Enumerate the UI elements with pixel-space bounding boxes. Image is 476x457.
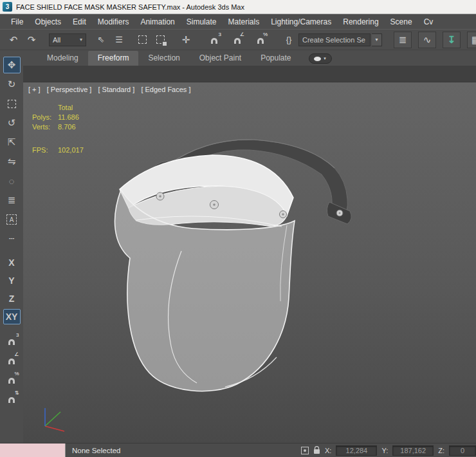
selection-filter-dropdown[interactable]: All ▾: [49, 33, 86, 46]
move-cross-icon: ✛: [182, 34, 190, 46]
place-icon: ⇱: [8, 136, 16, 148]
x-coordinate-field[interactable]: 12,284: [336, 445, 377, 456]
soft-selection-button[interactable]: ◌: [3, 173, 21, 189]
magnet-icon: [8, 359, 15, 364]
named-selection-sets-value: Create Selection Se: [302, 36, 365, 44]
isolate-selection-button[interactable]: [301, 447, 309, 454]
menu-modifiers[interactable]: Modifiers: [92, 15, 135, 28]
perspective-viewport[interactable]: [ + ] [ Perspective ] [ Standard ] [ Edg…: [23, 82, 476, 443]
tab-modeling[interactable]: Modeling: [37, 51, 88, 66]
orbit-tool-button[interactable]: ↺: [3, 115, 21, 131]
restrict-to-z-button[interactable]: Z: [3, 291, 21, 306]
menu-lighting-cameras[interactable]: Lighting/Cameras: [265, 15, 337, 28]
select-object-button[interactable]: ⇖: [93, 32, 109, 48]
z-coordinate-label: Z:: [438, 447, 444, 454]
tab-object-paint[interactable]: Object Paint: [190, 51, 251, 66]
dashed-line-button[interactable]: ┄: [3, 230, 21, 247]
3ds-max-logo-icon: 3: [3, 2, 12, 12]
undo-button[interactable]: ↶: [5, 32, 22, 48]
z-coordinate-field[interactable]: 0: [449, 445, 476, 456]
schematic-view-button[interactable]: ▦: [467, 32, 476, 48]
curve-icon: ∿: [423, 34, 432, 46]
undo-icon: ↶: [10, 34, 18, 46]
ribbon-display-toggle[interactable]: ▾: [309, 53, 332, 64]
menu-materials[interactable]: Materials: [222, 15, 265, 28]
layers-icon: ≣: [399, 34, 407, 46]
tab-populate[interactable]: Populate: [251, 51, 300, 66]
magnet-icon: [8, 397, 15, 403]
magnet-icon: [234, 38, 241, 44]
viewport: [ + ] [ Perspective ] [ Standard ] [ Edg…: [23, 66, 476, 443]
tab-selection[interactable]: Selection: [138, 51, 189, 66]
percent-snap-button[interactable]: %: [252, 32, 269, 48]
chevron-down-icon: ▾: [375, 37, 378, 42]
angle-snap-label: ∠: [240, 32, 244, 37]
menu-civil-view[interactable]: Cv: [418, 15, 439, 28]
spinner-snap-toggle-button[interactable]: ⇅: [3, 390, 21, 407]
angle-snap-button[interactable]: ∠: [229, 32, 246, 48]
stack-icon: ≣: [8, 194, 16, 206]
z-coordinate-value: 0: [461, 447, 464, 454]
left-toolbar: ✥ ↻ ↺ ⇱ ⇋ ◌ ≣ A ┄ X Y Z XY 3 ∠ % ⇅: [0, 50, 23, 443]
layer-list-button[interactable]: ≣: [3, 192, 21, 209]
dashed-line-icon: ┄: [8, 233, 14, 245]
select-and-move-button[interactable]: ✛: [178, 32, 194, 48]
maxscript-mini-listener[interactable]: [0, 443, 66, 457]
rectangular-selection-button[interactable]: [134, 32, 151, 48]
marquee-icon: [138, 35, 147, 44]
window-crossing-button[interactable]: [152, 32, 169, 48]
select-and-move-tool-button[interactable]: ✥: [3, 57, 21, 73]
ribbon-tab-bar: Modeling Freeform Selection Object Paint…: [23, 50, 476, 66]
percent-snap-toggle-button[interactable]: %: [3, 371, 21, 387]
snap-3d-label: 3: [219, 32, 221, 37]
menu-simulate[interactable]: Simulate: [181, 15, 223, 28]
menu-file[interactable]: File: [5, 15, 29, 28]
face-shield-model[interactable]: [23, 82, 476, 443]
restrict-to-x-button[interactable]: X: [3, 255, 21, 270]
rotate-icon: ↻: [8, 79, 16, 90]
redo-icon: ↷: [28, 34, 36, 46]
selection-filter-value: All: [53, 36, 60, 44]
down-arrow-icon: ↧: [448, 34, 456, 46]
y-coordinate-value: 187,162: [400, 447, 426, 454]
grid-icon: ▦: [471, 34, 476, 46]
spinner-snap-label: ⇅: [15, 391, 19, 396]
curve-editor-button[interactable]: ∿: [418, 32, 436, 48]
angle-snap-label: ∠: [14, 352, 19, 357]
edit-named-selection-sets-button[interactable]: {}: [280, 32, 297, 48]
menu-edit[interactable]: Edit: [67, 15, 92, 28]
menu-scene[interactable]: Scene: [385, 15, 418, 28]
angle-snap-toggle-button[interactable]: ∠: [3, 351, 21, 368]
y-coordinate-field[interactable]: 187,162: [392, 445, 434, 456]
y-axis: [45, 412, 60, 426]
annotation-button[interactable]: A: [3, 211, 21, 228]
world-axis-gizmo: [32, 398, 73, 436]
chevron-down-icon: ▾: [324, 56, 326, 61]
dashed-a-icon: A: [6, 214, 17, 225]
main-toolbar: ↶ ↷ All ▾ ⇖ ☰ ✛ 3 ∠ % {} Cre: [0, 29, 476, 50]
redo-button[interactable]: ↷: [23, 32, 40, 48]
selection-region-tool-button[interactable]: [3, 95, 21, 112]
menu-rendering[interactable]: Rendering: [337, 15, 384, 28]
named-sets-dropdown-button[interactable]: ▾: [372, 33, 382, 46]
snaps-toggle-button[interactable]: 3: [206, 32, 223, 48]
tab-freeform[interactable]: Freeform: [88, 51, 139, 66]
snaps-toggle-3d-button[interactable]: 3: [3, 332, 21, 349]
chevron-down-icon: ▾: [76, 37, 82, 42]
menu-animation[interactable]: Animation: [134, 15, 180, 28]
magnet-icon: [8, 339, 15, 345]
layer-explorer-button[interactable]: ≣: [394, 32, 412, 48]
mirror-tool-button[interactable]: ⇋: [3, 153, 21, 170]
named-selection-sets-combobox[interactable]: Create Selection Se: [298, 33, 371, 46]
menu-objects[interactable]: Objects: [29, 15, 67, 28]
restrict-to-y-button[interactable]: Y: [3, 273, 21, 288]
select-and-place-tool-button[interactable]: ⇱: [3, 134, 21, 151]
select-by-name-button[interactable]: ☰: [111, 32, 127, 48]
restrict-to-xy-plane-button[interactable]: XY: [3, 309, 21, 324]
toggle-ribbon-button[interactable]: ↧: [443, 32, 461, 48]
select-and-rotate-tool-button[interactable]: ↻: [3, 76, 21, 93]
x-axis: [45, 426, 64, 431]
selection-lock-button[interactable]: [313, 446, 320, 454]
status-bar-right: X: 12,284 Y: 187,162 Z: 0: [301, 445, 476, 456]
rivet-center: [213, 203, 215, 206]
